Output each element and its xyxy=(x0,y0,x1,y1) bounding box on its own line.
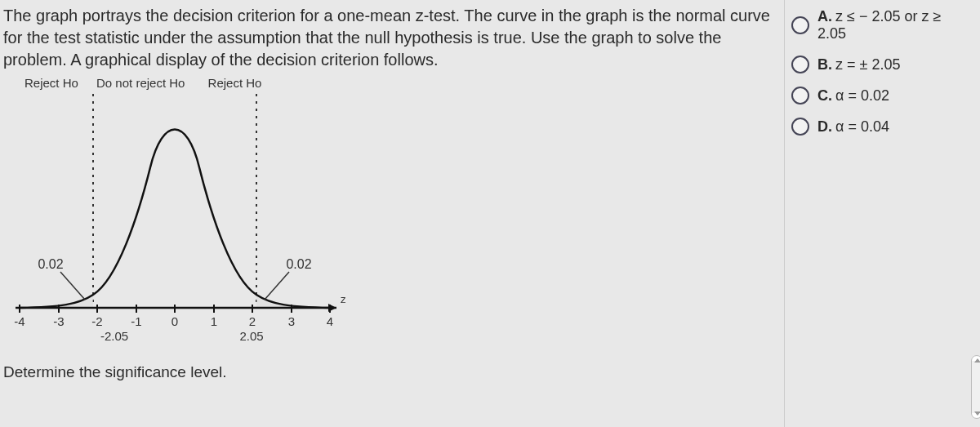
radio-icon xyxy=(791,56,809,73)
radio-icon xyxy=(791,87,809,105)
option-letter: D. xyxy=(817,118,832,135)
decision-criterion-graph: Reject Ho Do not reject Ho Reject Ho xyxy=(3,76,346,362)
svg-text:1: 1 xyxy=(211,314,217,328)
svg-text:-4: -4 xyxy=(14,314,24,328)
svg-text:3: 3 xyxy=(288,314,295,328)
region-label-do-not-reject: Do not reject Ho xyxy=(96,76,185,90)
tail-area-right: 0.02 xyxy=(286,257,311,271)
crit-left-label: -2.05 xyxy=(100,329,128,343)
option-text: z = ± 2.05 xyxy=(835,56,900,73)
svg-text:-3: -3 xyxy=(53,314,64,328)
option-text: α = 0.02 xyxy=(835,87,889,104)
answer-options: A.z ≤ − 2.05 or z ≥ 2.05 B.z = ± 2.05 C.… xyxy=(784,0,980,427)
radio-icon xyxy=(791,16,809,34)
option-a[interactable]: A.z ≤ − 2.05 or z ≥ 2.05 xyxy=(791,8,973,42)
scrollbar[interactable] xyxy=(971,355,980,419)
crit-right-label: 2.05 xyxy=(239,329,263,343)
svg-text:-1: -1 xyxy=(131,314,141,328)
svg-text:0: 0 xyxy=(172,314,178,328)
option-text: z ≤ − 2.05 or z ≥ 2.05 xyxy=(817,8,941,42)
option-letter: C. xyxy=(817,87,832,104)
axis-label-z: z xyxy=(341,293,346,305)
option-letter: B. xyxy=(817,56,832,73)
normal-curve-svg: 0.02 0.02 -4 -3 -2 -1 0 1 2 3 4 -2.05 2.… xyxy=(3,94,346,355)
question-prompt: The graph portrays the decision criterio… xyxy=(3,5,776,71)
radio-icon xyxy=(791,118,809,136)
option-letter: A. xyxy=(817,8,832,24)
option-d[interactable]: D.α = 0.04 xyxy=(791,118,973,136)
option-c[interactable]: C.α = 0.02 xyxy=(791,87,973,105)
svg-text:2: 2 xyxy=(249,314,256,328)
region-label-reject-right: Reject Ho xyxy=(208,76,262,90)
tail-area-left: 0.02 xyxy=(38,257,63,271)
svg-line-13 xyxy=(60,272,85,300)
svg-line-14 xyxy=(265,272,289,300)
option-b[interactable]: B.z = ± 2.05 xyxy=(791,56,973,73)
region-label-reject-left: Reject Ho xyxy=(24,76,78,90)
question-final: Determine the significance level. xyxy=(3,363,776,381)
option-text: α = 0.04 xyxy=(835,118,889,135)
svg-text:4: 4 xyxy=(327,314,333,328)
svg-text:-2: -2 xyxy=(91,314,102,328)
